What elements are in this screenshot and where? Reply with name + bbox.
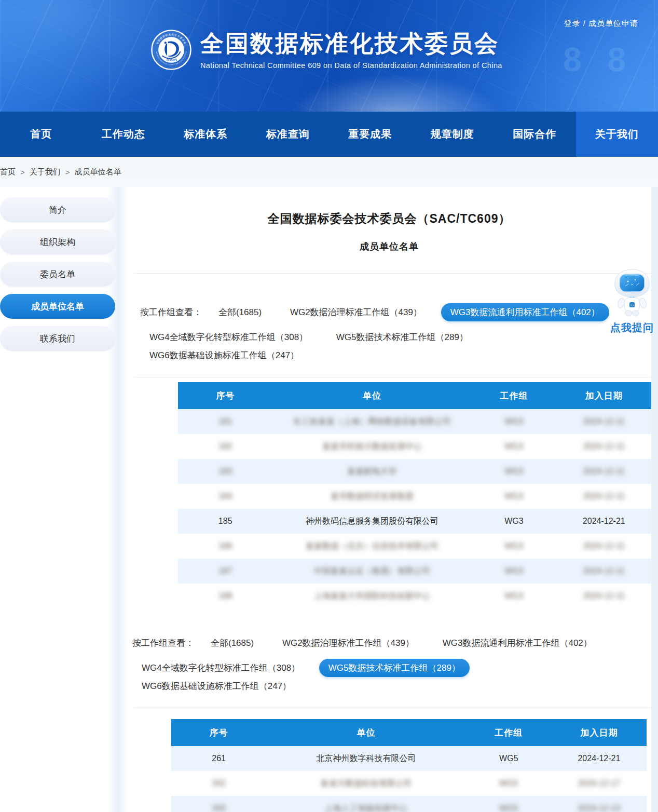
filter-prefix-label: 按工作组查看： (140, 306, 202, 318)
main-nav: 首页 工作动态 标准体系 标准查询 重要成果 规章制度 国际合作 (0, 112, 658, 157)
col-header-unit: 单位 (272, 382, 471, 409)
login-link[interactable]: 登录 / 成员单位申请 (564, 19, 638, 29)
banner-watermark-digits: 8 8 (563, 40, 634, 79)
cell-index: 182 (178, 434, 272, 459)
cell-join-date: 2024-12-21 (552, 746, 647, 771)
nav-item[interactable]: 国际合作 (494, 112, 576, 157)
workgroup-filter-option[interactable]: WG4全域数字化转型标准工作组（308） (132, 659, 309, 677)
nav-item-label: 首页 (30, 127, 52, 141)
col-header-workgroup: 工作组 (466, 719, 552, 746)
cell-join-date: 2024-12-13 (552, 796, 647, 812)
workgroup-filter-option[interactable]: WG2数据治理标准工作组（439） (281, 303, 431, 321)
site-title: 全国数据标准化技术委员会 (200, 30, 502, 57)
cell-join-date: 2024-12-11 (557, 559, 651, 584)
content-area: 简介 组织架构 委员名单 成员单位名单 联系我们 全国 (0, 187, 658, 812)
sidebar-item[interactable]: 简介 (0, 197, 115, 222)
banner-brand: TC609 全国数据标准化技术委员会 NATIONAL TECHNICAL CO… (150, 29, 502, 71)
col-header-index: 序号 (178, 382, 272, 409)
cell-workgroup: WG5 (466, 771, 552, 796)
workgroup-filter-option[interactable]: WG6数据基础设施标准工作组（247） (140, 346, 308, 364)
filter-option-label: WG3数据流通利用标准工作组（402） (443, 637, 592, 649)
cell-workgroup: WG3 (471, 484, 556, 509)
cell-workgroup: WG3 (471, 459, 556, 484)
filter-option-label: WG3数据流通利用标准工作组（402） (450, 306, 600, 318)
breadcrumb-about[interactable]: 关于我们 (30, 167, 61, 177)
table-header-row: 序号 单位 工作组 加入日期 (171, 719, 647, 746)
filter-options-row1: 全部(1685) WG2数据治理标准工作组（439） WG3数据流通利用标准工作… (209, 303, 616, 321)
sidebar-item-label: 委员名单 (40, 268, 75, 280)
robot-mascot-icon[interactable]: G (612, 269, 652, 317)
filter-options-row1: 全部(1685) WG2数据治理标准工作组（439） WG3数据流通利用标准工作… (201, 634, 609, 652)
sidebar-item[interactable]: 成员单位名单 (0, 294, 115, 319)
nav-item[interactable]: 重要成果 (329, 112, 412, 157)
workgroup-filter-option[interactable]: WG2数据治理标准工作组（439） (273, 634, 423, 652)
cell-unit: 长三角某某（上海）网络数据设备有限公司 (272, 409, 471, 434)
col-header-join-date: 加入日期 (552, 719, 647, 746)
filter-options-row2: WG4全域数字化转型标准工作组（308） WG5数据技术标准工作组（289） W… (140, 328, 651, 364)
nav-item-label: 规章制度 (431, 127, 474, 141)
nav-item[interactable]: 工作动态 (83, 112, 165, 157)
cell-unit: 北京神州数字科技有限公司 (266, 746, 466, 771)
member-units-table-wg5: 序号 单位 工作组 加入日期 261 北京神州数字科技有限公司 WG5 2024… (171, 719, 647, 812)
cell-join-date: 2024-12-21 (557, 509, 651, 534)
filter-options-row2: WG4全域数字化转型标准工作组（308） WG5数据技术标准工作组（289） W… (132, 659, 651, 695)
cell-workgroup: WG5 (466, 746, 552, 771)
sidebar-item[interactable]: 委员名单 (0, 262, 115, 287)
workgroup-filter-option[interactable]: WG5数据技术标准工作组（289） (327, 328, 477, 346)
nav-item[interactable]: 标准查询 (247, 112, 330, 157)
site-subtitle-en: National Technical Committee 609 on Data… (200, 61, 502, 70)
table-row: 262 某省大数据科技有限公司 WG5 2024-12-17 (171, 771, 647, 796)
cell-index: 186 (178, 534, 272, 559)
divider (133, 708, 651, 708)
workgroup-filter-option[interactable]: 全部(1685) (209, 303, 271, 321)
assistant-widget[interactable]: G 点我提问 (608, 269, 656, 335)
assistant-label[interactable]: 点我提问 (608, 321, 656, 335)
filter-option-label: WG6数据基础设施标准工作组（247） (142, 680, 291, 692)
sidebar-item[interactable]: 联系我们 (0, 326, 115, 351)
sidebar-item-label: 成员单位名单 (31, 301, 84, 313)
cell-workgroup: WG3 (471, 434, 556, 459)
workgroup-filter-option[interactable]: WG3数据流通利用标准工作组（402） (433, 634, 601, 652)
cell-join-date: 2024-12-11 (557, 434, 651, 459)
nav-item-label: 国际合作 (513, 127, 556, 141)
cell-workgroup: WG3 (471, 509, 556, 534)
filter-option-label: WG6数据基础设施标准工作组（247） (149, 349, 299, 361)
nav-item[interactable]: 关于我们 (576, 112, 658, 157)
workgroup-filter-option[interactable]: WG6数据基础设施标准工作组（247） (132, 677, 300, 695)
cell-workgroup: WG3 (471, 559, 556, 584)
col-header-index: 序号 (171, 719, 266, 746)
nav-item[interactable]: 标准体系 (164, 112, 247, 157)
sidebar-item[interactable]: 组织架构 (0, 229, 115, 254)
col-header-unit: 单位 (266, 719, 466, 746)
breadcrumb-current: 成员单位名单 (75, 167, 121, 177)
main-panel: 全国数据标委会技术委员会（SAC/TC609） 成员单位名单 按工作组查看： 全… (127, 187, 651, 812)
breadcrumb-separator: > (20, 168, 25, 177)
tc609-logo-icon: TC609 全国数据标准化技术委员会 NATIONAL TECHNICAL CO… (150, 29, 192, 71)
breadcrumb-home[interactable]: 首页 (0, 167, 16, 177)
cell-unit: 某某邮电大学 (272, 459, 471, 484)
filter-option-label: 全部(1685) (218, 306, 262, 318)
site-banner: 8 8 登录 / 成员单位申请 TC609 全国数据标准化技术委员会 (0, 0, 658, 112)
workgroup-filter-option[interactable]: 全部(1685) (201, 634, 263, 652)
sidebar: 简介 组织架构 委员名单 成员单位名单 联系我们 (0, 197, 115, 358)
cell-workgroup: WG3 (471, 584, 556, 608)
cell-workgroup: WG3 (471, 409, 556, 434)
table-header-row: 序号 单位 工作组 加入日期 (178, 382, 651, 409)
workgroup-filter-option[interactable]: WG5数据技术标准工作组（289） (319, 659, 470, 677)
cell-workgroup: WG3 (471, 534, 556, 559)
sidebar-item-label: 简介 (49, 204, 66, 216)
table-row: 184 某市数据经济发展集团 WG3 2024-12-11 (178, 484, 651, 509)
nav-item[interactable]: 规章制度 (412, 112, 494, 157)
workgroup-filter-option[interactable]: WG3数据流通利用标准工作组（402） (441, 303, 609, 321)
page-subtitle: 成员单位名单 (127, 240, 651, 253)
nav-item[interactable]: 首页 (0, 112, 83, 157)
col-header-join-date: 加入日期 (557, 382, 651, 409)
cell-unit: 上海人工智能创新中心 (266, 796, 466, 812)
cell-unit: 某某数据（北京）信息技术有限公司 (272, 534, 471, 559)
workgroup-filter-option[interactable]: WG4全域数字化转型标准工作组（308） (140, 328, 317, 346)
filter-option-label: WG5数据技术标准工作组（289） (328, 662, 460, 674)
cell-workgroup: WG5 (466, 796, 552, 812)
cell-join-date: 2024-12-17 (552, 771, 647, 796)
cell-join-date: 2024-12-11 (557, 534, 651, 559)
col-header-workgroup: 工作组 (471, 382, 556, 409)
